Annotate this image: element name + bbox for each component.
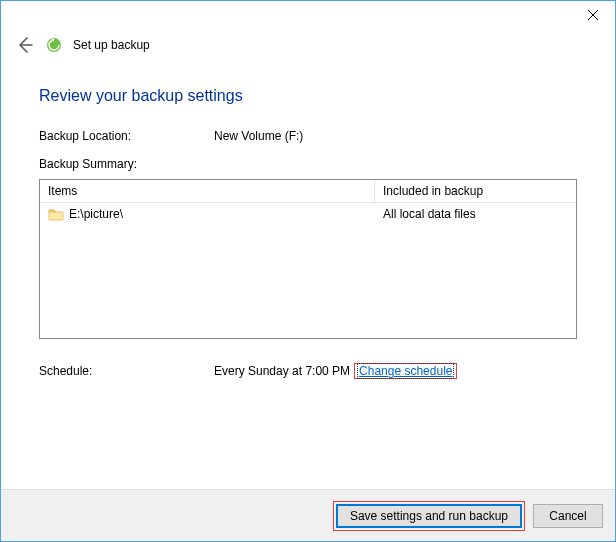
schedule-label: Schedule: xyxy=(39,364,214,378)
schedule-value: Every Sunday at 7:00 PM xyxy=(214,364,350,378)
cancel-button[interactable]: Cancel xyxy=(533,504,603,528)
schedule-value-group: Every Sunday at 7:00 PM Change schedule xyxy=(214,363,457,379)
schedule-row: Schedule: Every Sunday at 7:00 PM Change… xyxy=(39,363,577,379)
save-run-button[interactable]: Save settings and run backup xyxy=(336,504,522,528)
titlebar xyxy=(1,1,615,31)
close-button[interactable] xyxy=(570,1,615,29)
footer: Save settings and run backup Cancel xyxy=(1,489,615,541)
folder-icon xyxy=(48,207,64,221)
backup-summary-label: Backup Summary: xyxy=(39,157,577,171)
back-button[interactable] xyxy=(15,35,35,55)
close-icon xyxy=(588,10,598,20)
change-schedule-highlight: Change schedule xyxy=(354,363,457,379)
back-arrow-icon xyxy=(15,35,35,55)
backup-wizard-icon xyxy=(45,36,63,54)
row-item-path: E:\picture\ xyxy=(69,207,123,221)
save-run-highlight: Save settings and run backup xyxy=(333,501,525,531)
header-row: Set up backup xyxy=(1,31,615,61)
wizard-window: Set up backup Review your backup setting… xyxy=(0,0,616,542)
row-item-cell: E:\picture\ xyxy=(40,205,375,223)
column-header-included[interactable]: Included in backup xyxy=(375,180,576,202)
backup-location-value: New Volume (F:) xyxy=(214,129,577,143)
change-schedule-link[interactable]: Change schedule xyxy=(357,363,454,379)
backup-summary-table: Items Included in backup E:\picture\ All… xyxy=(39,179,577,339)
table-row[interactable]: E:\picture\ All local data files xyxy=(40,203,576,225)
row-included-cell: All local data files xyxy=(375,205,576,223)
backup-location-row: Backup Location: New Volume (F:) xyxy=(39,129,577,143)
column-header-items[interactable]: Items xyxy=(40,180,375,202)
content-area: Review your backup settings Backup Locat… xyxy=(1,61,615,489)
backup-location-label: Backup Location: xyxy=(39,129,214,143)
page-title: Set up backup xyxy=(73,38,150,52)
table-header: Items Included in backup xyxy=(40,180,576,203)
heading: Review your backup settings xyxy=(39,87,577,105)
